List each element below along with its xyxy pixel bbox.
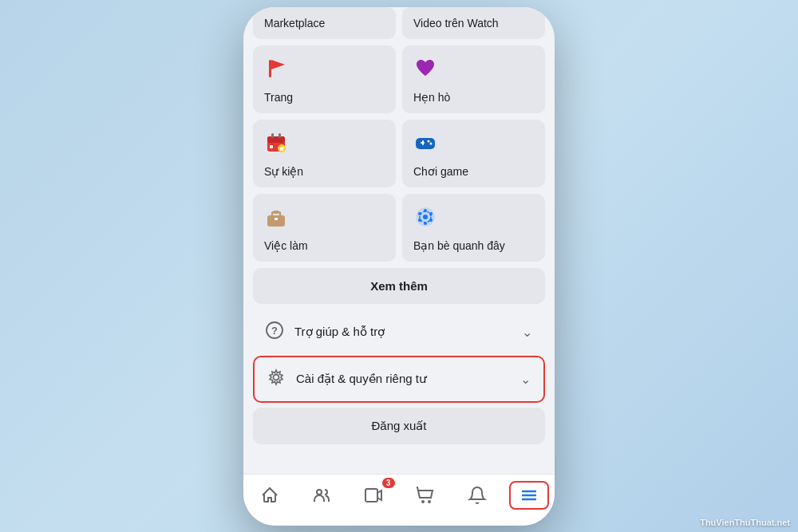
svg-rect-4 (271, 133, 274, 138)
cai-dat-chevron: ⌄ (520, 372, 531, 387)
logout-button[interactable]: Đăng xuất (253, 408, 545, 444)
nav-menu[interactable] (509, 481, 549, 510)
menu-grid: Marketplace Video trên Watch (243, 7, 555, 474)
svg-rect-17 (275, 218, 278, 220)
cai-dat-label: Cài đặt & quyền riêng tư (296, 372, 520, 386)
marketplace-label: Marketplace (264, 17, 325, 30)
banbe-item[interactable]: Bạn bè quanh đây (402, 194, 545, 262)
grid-row-1: Trang Hẹn hò (253, 45, 545, 113)
svg-rect-6 (270, 145, 273, 148)
svg-rect-5 (279, 133, 281, 138)
svg-text:?: ? (271, 325, 278, 337)
scroll-content: Marketplace Video trên Watch (243, 7, 555, 474)
grid-row-3: Việc làm (253, 194, 545, 262)
tro-giup-item[interactable]: ? Trợ giúp & hỗ trợ ⌄ (253, 310, 545, 354)
trang-icon (264, 57, 288, 85)
sukien-label: Sự kiện (264, 165, 303, 178)
tro-giup-icon: ? (266, 321, 283, 343)
see-more-label: Xem thêm (370, 279, 428, 293)
svg-point-21 (424, 209, 427, 212)
henho-item[interactable]: Hẹn hò (402, 45, 545, 113)
see-more-button[interactable]: Xem thêm (253, 268, 545, 304)
cai-dat-item[interactable]: Cài đặt & quyền riêng tư ⌄ (253, 356, 545, 403)
nav-shop[interactable] (405, 481, 445, 510)
bottom-nav: 3 (243, 474, 555, 526)
vieclam-label: Việc làm (264, 239, 308, 252)
trang-item[interactable]: Trang (253, 45, 396, 113)
friends-icon (312, 486, 331, 505)
tro-giup-label: Trợ giúp & hỗ trợ (294, 325, 522, 339)
svg-point-12 (428, 140, 430, 142)
sukien-item[interactable]: Sự kiện (253, 120, 396, 187)
svg-point-25 (418, 219, 421, 222)
svg-point-30 (317, 490, 322, 495)
banbe-label: Bạn bè quanh đây (413, 239, 505, 252)
cai-dat-icon (267, 368, 285, 390)
svg-point-13 (430, 142, 433, 144)
marketplace-item[interactable]: Marketplace (253, 7, 396, 39)
svg-rect-0 (269, 60, 271, 77)
nav-video[interactable]: 3 (354, 481, 393, 510)
svg-point-20 (423, 215, 428, 219)
home-icon (260, 486, 279, 505)
svg-rect-3 (267, 136, 285, 143)
svg-marker-1 (271, 60, 285, 69)
vieclam-item[interactable]: Việc làm (253, 194, 396, 262)
svg-rect-11 (422, 140, 424, 145)
watermark: ThuVienThuThuat.net (700, 518, 790, 527)
vieclam-icon (264, 205, 288, 233)
menu-icon (519, 486, 539, 505)
svg-rect-31 (365, 489, 377, 502)
svg-point-29 (274, 374, 279, 380)
bell-icon (468, 486, 487, 505)
svg-rect-16 (274, 211, 279, 214)
video-watch-label: Video trên Watch (413, 17, 499, 30)
trang-label: Trang (264, 91, 293, 104)
choigame-icon (413, 131, 437, 159)
svg-point-24 (424, 222, 427, 225)
henho-label: Hẹn hò (413, 91, 450, 104)
svg-point-33 (429, 501, 430, 502)
grid-row-2: Sự kiện Chơi game (253, 120, 545, 187)
henho-icon (413, 57, 437, 85)
nav-bell[interactable] (457, 481, 497, 510)
sukien-icon (264, 131, 288, 159)
logout-label: Đăng xuất (371, 419, 426, 432)
nav-friends[interactable] (302, 481, 342, 510)
choigame-label: Chơi game (413, 165, 468, 178)
tro-giup-chevron: ⌄ (522, 325, 532, 340)
choigame-item[interactable]: Chơi game (402, 120, 545, 187)
shop-icon (416, 486, 435, 505)
svg-point-32 (422, 501, 424, 502)
video-badge: 3 (382, 478, 395, 488)
svg-point-26 (418, 212, 421, 215)
video-icon (364, 486, 383, 505)
phone-container: Marketplace Video trên Watch (243, 7, 555, 526)
svg-point-22 (429, 212, 433, 215)
top-items-row: Marketplace Video trên Watch (253, 7, 545, 39)
banbe-icon (413, 205, 437, 233)
nav-home[interactable] (250, 481, 290, 510)
video-watch-item[interactable]: Video trên Watch (402, 7, 545, 39)
svg-point-23 (429, 219, 433, 222)
